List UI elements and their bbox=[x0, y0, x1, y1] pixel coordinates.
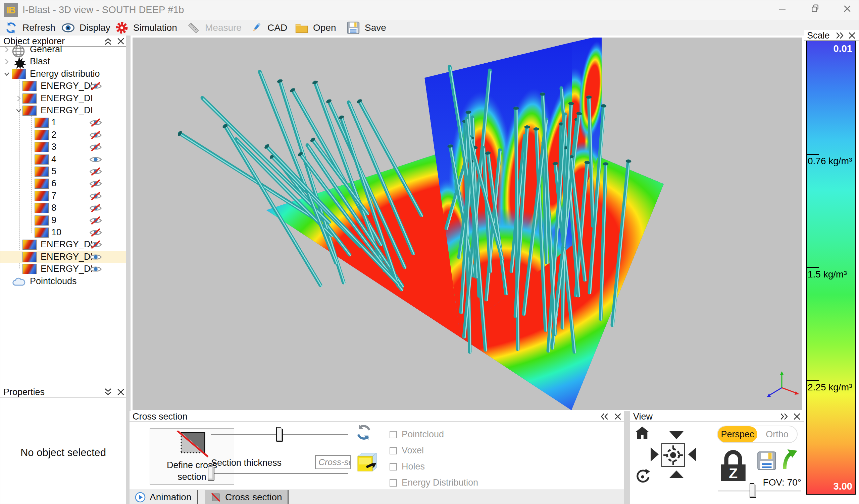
voxel-checkbox[interactable] bbox=[390, 447, 397, 454]
close-panel-icon[interactable] bbox=[116, 388, 126, 396]
tree-row-blast-1[interactable]: Blast bbox=[0, 56, 126, 68]
visibility-off-icon[interactable] bbox=[90, 192, 102, 200]
projection-toggle: PerspecOrtho bbox=[717, 426, 798, 443]
restore-button[interactable] bbox=[805, 4, 825, 16]
tree-item-label: 2 bbox=[51, 130, 56, 140]
tree-row-energy-di-16[interactable]: ENERGY_DI bbox=[0, 239, 126, 251]
expand-panel-icon[interactable] bbox=[779, 412, 789, 421]
tab-animation[interactable]: Animation bbox=[130, 490, 198, 504]
simulation-toolbar-button[interactable]: Simulation bbox=[115, 20, 177, 35]
visibility-off-icon[interactable] bbox=[90, 167, 102, 176]
tree-row-4-9[interactable]: 4 bbox=[0, 154, 126, 166]
visibility-off-icon[interactable] bbox=[90, 216, 102, 225]
scale-title: Scale bbox=[807, 31, 830, 41]
pan-right-icon[interactable] bbox=[650, 447, 659, 463]
home-view-icon[interactable] bbox=[634, 426, 650, 441]
up-arrow-icon[interactable] bbox=[781, 448, 799, 472]
tree-row-2-7[interactable]: 2 bbox=[0, 129, 126, 141]
expand-panel-icon[interactable] bbox=[835, 31, 845, 40]
bottom-tabs-bar: Animation Cross section bbox=[130, 490, 624, 504]
open-toolbar-button[interactable]: Open bbox=[295, 20, 336, 35]
visibility-off-icon[interactable] bbox=[90, 143, 102, 152]
pan-down-icon[interactable] bbox=[669, 430, 684, 441]
visibility-off-icon[interactable] bbox=[90, 82, 102, 91]
chevron-right-icon[interactable] bbox=[3, 58, 11, 65]
tab-cross-section[interactable]: Cross section bbox=[205, 490, 289, 504]
save-toolbar-button[interactable]: Save bbox=[347, 20, 386, 35]
visibility-on-icon[interactable] bbox=[90, 155, 102, 164]
application-window: IB I-Blast - 3D view - SOUTH DEEP #1b Re… bbox=[0, 0, 859, 504]
chevron-down-icon[interactable] bbox=[3, 70, 11, 78]
display-toolbar-button[interactable]: Display bbox=[61, 20, 110, 35]
tree-row-energy-di-4[interactable]: ENERGY_DI bbox=[0, 93, 126, 105]
pan-left-icon[interactable] bbox=[688, 447, 697, 463]
cross-section-name-input[interactable] bbox=[315, 455, 351, 469]
section-position-slider-thumb[interactable] bbox=[276, 427, 283, 442]
tree-row-general-0[interactable]: General bbox=[0, 44, 126, 56]
tree-row-10-15[interactable]: 10 bbox=[0, 226, 126, 239]
save-view-icon[interactable] bbox=[757, 451, 777, 472]
section-thickness-slider-thumb[interactable] bbox=[208, 466, 214, 481]
tree-row-energy-di-17[interactable]: ENERGY_DI bbox=[0, 251, 126, 263]
properties-title: Properties bbox=[3, 387, 45, 397]
tree-row-5-10[interactable]: 5 bbox=[0, 166, 126, 178]
refresh-cross-section-icon[interactable] bbox=[355, 424, 373, 442]
expand-panel-icon[interactable] bbox=[103, 388, 113, 396]
tree-row-3-8[interactable]: 3 bbox=[0, 141, 126, 153]
ruler-icon bbox=[187, 21, 200, 34]
cross-section-header: Cross section bbox=[130, 411, 624, 422]
chevron-right-icon[interactable] bbox=[15, 95, 22, 102]
close-panel-icon[interactable] bbox=[613, 412, 623, 421]
tree-row-1-6[interactable]: 1 bbox=[0, 116, 126, 129]
voxel-cube-icon[interactable] bbox=[352, 451, 377, 475]
z-lock-icon[interactable]: Z bbox=[718, 448, 748, 484]
tree-row-energy-distributio-2[interactable]: Energy distributio bbox=[0, 68, 126, 80]
projection-option-perspec[interactable]: Perspec bbox=[718, 426, 757, 442]
tree-row-energy-di-3[interactable]: ENERGY_DI bbox=[0, 80, 126, 92]
tree-row-8-13[interactable]: 8 bbox=[0, 202, 126, 214]
visibility-off-icon[interactable] bbox=[90, 204, 102, 212]
fov-slider-track[interactable] bbox=[718, 491, 801, 492]
measure-toolbar-button[interactable]: Measure bbox=[187, 20, 242, 35]
projection-option-ortho[interactable]: Ortho bbox=[757, 426, 797, 442]
energy-distribution-checkbox[interactable] bbox=[390, 479, 397, 487]
close-button[interactable] bbox=[837, 4, 857, 16]
close-panel-icon[interactable] bbox=[847, 31, 857, 40]
section-thickness-slider-track[interactable] bbox=[211, 473, 348, 474]
center-view-button[interactable] bbox=[661, 443, 685, 467]
minimize-button[interactable] bbox=[772, 4, 792, 16]
close-panel-icon[interactable] bbox=[792, 412, 802, 421]
checkbox-label: Holes bbox=[402, 461, 425, 472]
visibility-off-icon[interactable] bbox=[90, 131, 102, 139]
tree-item-label: 6 bbox=[51, 178, 56, 189]
tree-row-pointclouds-19[interactable]: Pointclouds bbox=[0, 275, 126, 287]
window-title: I-Blast - 3D view - SOUTH DEEP #1b bbox=[22, 4, 184, 15]
cross-section-icon bbox=[210, 492, 221, 503]
fov-slider-thumb[interactable] bbox=[750, 483, 756, 498]
visibility-off-icon[interactable] bbox=[90, 118, 102, 127]
visibility-off-icon[interactable] bbox=[90, 228, 102, 237]
cad-toolbar-button[interactable]: CAD bbox=[249, 20, 287, 35]
pointcloud-checkbox[interactable] bbox=[390, 431, 397, 438]
chevron-down-icon[interactable] bbox=[15, 107, 22, 114]
refresh-toolbar-button[interactable]: Refresh bbox=[4, 20, 55, 35]
visibility-off-icon[interactable] bbox=[90, 179, 102, 188]
visibility-on-icon[interactable] bbox=[90, 253, 102, 262]
collapse-panel-icon[interactable] bbox=[599, 412, 609, 421]
chevron-right-icon[interactable] bbox=[3, 46, 11, 53]
tree-row-energy-di-18[interactable]: ENERGY_DI bbox=[0, 263, 126, 275]
tree-row-6-11[interactable]: 6 bbox=[0, 178, 126, 190]
tree-row-7-12[interactable]: 7 bbox=[0, 190, 126, 202]
visibility-on-icon[interactable] bbox=[90, 265, 102, 273]
define-cross-section-button[interactable]: Define cross section bbox=[150, 428, 234, 485]
scale-panel: Scale 0.01 3.00 0.76 kg/m³1.5 kg/m³2.25 … bbox=[804, 30, 859, 504]
fov-value-label: FOV: 70° bbox=[763, 477, 801, 488]
3d-view-canvas[interactable] bbox=[133, 37, 802, 410]
tree-row-9-14[interactable]: 9 bbox=[0, 215, 126, 226]
visibility-off-icon[interactable] bbox=[90, 240, 102, 249]
rotate-view-icon[interactable] bbox=[634, 468, 651, 486]
tree-item-label: 8 bbox=[51, 203, 56, 213]
holes-checkbox[interactable] bbox=[390, 463, 397, 471]
tree-row-energy-di-5[interactable]: ENERGY_DI bbox=[0, 105, 126, 116]
pan-up-icon[interactable] bbox=[669, 470, 684, 480]
